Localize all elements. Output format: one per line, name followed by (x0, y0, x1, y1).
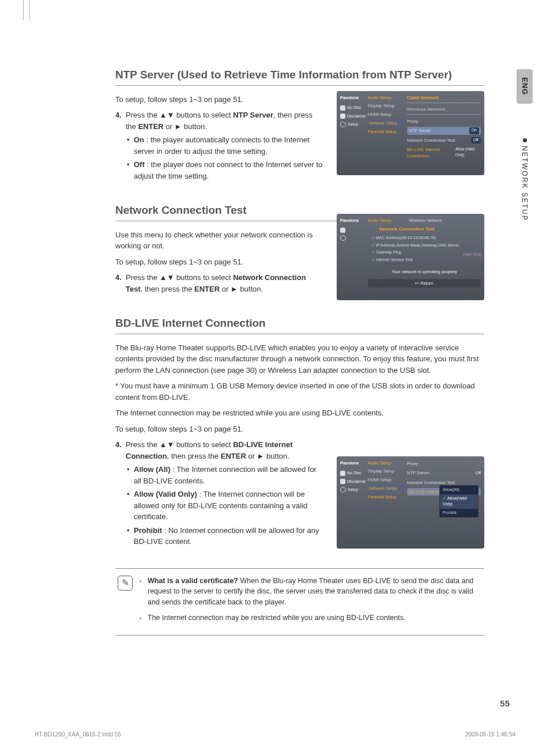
info-icon (340, 479, 345, 484)
section-body-step: 4. Press the ▲▼ buttons to select BD-LIV… (115, 439, 323, 547)
info-icon (340, 114, 345, 119)
footer-file: HT-BD1200_XAA_0616-2.indd 55 (35, 730, 121, 739)
page-content: NTP Server (Used to Retrieve Time Inform… (115, 63, 484, 636)
note-item-1: What is a valid certificate? When the Bl… (140, 576, 482, 608)
p2: * You must have a minimum 1 GB USB Memor… (115, 380, 484, 403)
osd-right-wireless: Wireless Network (407, 106, 481, 115)
gear-icon (340, 487, 346, 493)
dropdown-prohibit: Prohibit (440, 509, 478, 517)
osd-left-setup (340, 235, 368, 241)
side-section-bullet (523, 138, 527, 142)
osd-logo: Pandora (340, 460, 368, 467)
p4: To setup, follow steps 1~3 on page 51. (115, 424, 484, 435)
osd-right-cable: Cable Network (407, 94, 481, 103)
osd-left-disclaimer: Disclaimer (340, 114, 368, 120)
p3: The Internet connection may be restricte… (115, 407, 484, 419)
language-tab-label: ENG (519, 77, 530, 95)
osd-menu-parental: Parental Setup (368, 128, 405, 135)
osd-logo: Pandora (340, 217, 368, 224)
language-tab: ENG (517, 69, 533, 104)
osd-menu-hdmi: HDMI Setup (368, 111, 405, 118)
gear-icon (340, 122, 346, 127)
osd-menu-wireless: Wireless Network (409, 217, 442, 224)
disc-icon (340, 471, 345, 476)
option-on: On : the player automatically connects t… (126, 134, 323, 157)
section-title: NTP Server (Used to Retrieve Time Inform… (115, 67, 484, 86)
disc-icon (340, 228, 345, 233)
osd-right-bdlive: BD-LIVE Internet ConnectionAllow (Valid … (407, 146, 481, 160)
osd-menu-hdmi: HDMI Setup (368, 477, 405, 483)
osd-net-ok: Your network is operating properly (368, 269, 481, 275)
gear-icon (340, 235, 346, 241)
section-body-top: The Blu-ray Home Theater supports BD-LIV… (115, 342, 484, 435)
osd-menu-display: Display Setup (368, 103, 405, 109)
disc-icon (340, 105, 345, 111)
osd-left-nodisc: No Disc (340, 105, 368, 111)
note-icon: ✎ (118, 576, 133, 591)
osd-right-ntp: NTP ServerOn (407, 127, 481, 134)
osd-right-proxy: Proxy (407, 460, 481, 467)
osd-left-disclaimer: Disclaimer (340, 479, 368, 485)
side-section-label: NETWORK SETUP (519, 146, 530, 221)
osd-check-ip: IP Address,Subnet Mask,Gateway,DNS Serve… (371, 243, 481, 249)
osd-menu-audio: Audio Setup (368, 217, 391, 224)
step-4: 4. Press the ▲▼ buttons to select BD-LIV… (115, 439, 323, 547)
page-crop-mark (23, 0, 30, 20)
osd-left-setup: Setup (340, 122, 368, 128)
intro-text: To setup, follow steps 1~3 on page 51. (115, 94, 323, 105)
osd-nettest-header: Network Connection Test (379, 226, 481, 233)
section-bdlive: BD-LIVE Internet Connection The Blu-ray … (115, 315, 484, 547)
osd-dropdown: Allow(All) Allow(Valid Only) Prohibit (439, 485, 479, 517)
intro-2: To setup, follow steps 1~3 on page 51. (115, 256, 323, 268)
osd-check-mac: MAC Address(00:10:18:00:00:70) (371, 235, 481, 241)
section-ntp-server: NTP Server (Used to Retrieve Time Inform… (115, 67, 484, 182)
dropdown-allow-all: Allow(All) (440, 486, 478, 494)
osd-left-nodisc: No Disc (340, 470, 368, 477)
note-box: ✎ What is a valid certificate? When the … (115, 568, 484, 636)
section-network-test: Network Connection Test Use this menu to… (115, 202, 484, 294)
side-section-indicator: NETWORK SETUP (517, 138, 533, 254)
option-allow-valid: Allow (Valid Only) : The Internet connec… (126, 489, 323, 523)
section-body: To setup, follow steps 1~3 on page 51. 4… (115, 94, 323, 182)
footer-date: 2009-06-16 1:46:54 (465, 730, 515, 739)
note-item-2: The Internet connection may be restricte… (140, 613, 482, 623)
note-list: What is a valid certificate? When the Bl… (140, 576, 482, 628)
step-number: 4. (115, 109, 122, 121)
osd-logo: Pandora (340, 94, 368, 101)
osd-menu-network: Network Setup (368, 119, 405, 127)
osd-return: ↩ Return (368, 279, 481, 288)
osd-menu-display: Display Setup (368, 468, 405, 474)
step-number: 4. (115, 272, 122, 284)
step-number: 4. (115, 439, 122, 451)
osd-right-proxy: Proxy (407, 118, 481, 125)
osd-valid-only-tag: (Valid Only) (463, 252, 482, 258)
option-off: Off : the player does not connect to the… (126, 159, 323, 182)
osd-screenshot-nettest: Pandora Audio Setup Wireless Network Net… (337, 214, 484, 300)
osd-menu-audio: Audio Setup (368, 94, 405, 101)
step-4: 4. Press the ▲▼ buttons to select Networ… (115, 272, 323, 294)
page-number: 55 (500, 697, 510, 710)
osd-right-nettest: Network Connection TestOff (407, 137, 481, 144)
page-footer: HT-BD1200_XAA_0616-2.indd 55 2009-06-16 … (35, 730, 515, 739)
osd-left-nodisc (340, 228, 368, 233)
osd-menu-parental: Parental Setup (368, 494, 405, 500)
section-title: BD-LIVE Internet Connection (115, 315, 484, 334)
osd-screenshot-bdlive: Pandora No Disc Disclaimer Setup Audio S… (337, 456, 484, 549)
osd-menu-audio: Audio Setup (368, 460, 405, 466)
osd-left-setup: Setup (340, 487, 368, 493)
step-4: 4. Press the ▲▼ buttons to select NTP Se… (115, 109, 323, 182)
osd-menu-network: Network Setup (368, 485, 405, 492)
osd-screenshot-ntp: Pandora No Disc Disclaimer Setup Audio S… (337, 91, 484, 175)
osd-right-ntp: NTP ServerOff (407, 469, 481, 477)
osd-check-svc: Internet Service Test (371, 257, 481, 263)
option-allow-all: Allow (All) : The Internet connection wi… (126, 464, 323, 486)
dropdown-allow-valid: Allow(Valid Only) (440, 494, 478, 509)
intro-1: Use this menu to check whether your netw… (115, 229, 323, 252)
p1: The Blu-ray Home Theater supports BD-LIV… (115, 342, 484, 376)
section-body: Use this menu to check whether your netw… (115, 229, 323, 295)
option-prohibit: Prohibit : No Internet connection will b… (126, 525, 323, 547)
